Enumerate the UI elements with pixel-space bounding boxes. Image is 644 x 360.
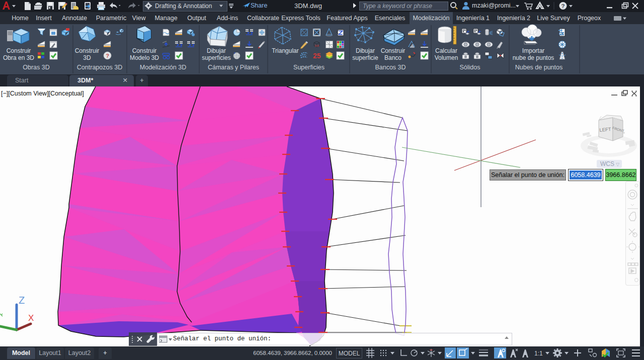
svg-text:Superficies: Superficies bbox=[293, 64, 325, 71]
svg-text:Obras 3D: Obras 3D bbox=[23, 64, 50, 71]
svg-text:Construir: Construir bbox=[75, 47, 100, 54]
svg-text:Modelización 3D: Modelización 3D bbox=[140, 64, 186, 71]
svg-text:Obra en 3D: Obra en 3D bbox=[3, 54, 34, 61]
svg-text:Construir: Construir bbox=[7, 47, 31, 54]
svg-text:Triangular: Triangular bbox=[272, 47, 299, 54]
svg-text:LEFT: LEFT bbox=[599, 126, 611, 133]
svg-text:Calcular: Calcular bbox=[435, 47, 457, 54]
svg-text:3D: 3D bbox=[83, 54, 91, 61]
svg-text:Construir: Construir bbox=[132, 47, 157, 54]
svg-text:nube de puntos: nube de puntos bbox=[513, 54, 554, 61]
svg-text:25: 25 bbox=[313, 52, 321, 60]
svg-text:1:1: 1:1 bbox=[534, 350, 543, 357]
svg-text:X: X bbox=[28, 313, 34, 323]
svg-text:Drafting & Annotation: Drafting & Annotation bbox=[155, 3, 212, 10]
svg-text:Z: Z bbox=[19, 295, 25, 306]
svg-text:Cámaras y Pilares: Cámaras y Pilares bbox=[208, 64, 259, 71]
svg-text:Importar: Importar bbox=[522, 47, 545, 54]
svg-text:Dibujar: Dibujar bbox=[207, 47, 226, 54]
svg-text:Modelo 3D: Modelo 3D bbox=[130, 54, 159, 61]
svg-text:Dibujar: Dibujar bbox=[356, 47, 375, 54]
svg-text:Nubes de puntos: Nubes de puntos bbox=[515, 64, 563, 71]
svg-text:Banco: Banco bbox=[384, 54, 401, 61]
svg-text:Sólidos: Sólidos bbox=[460, 64, 480, 71]
svg-text:Construir: Construir bbox=[381, 47, 406, 54]
svg-text:Volumen: Volumen bbox=[435, 54, 458, 61]
svg-text:?: ? bbox=[561, 3, 565, 9]
svg-text:superficie: superficie bbox=[352, 54, 378, 61]
svg-text:Bancos 3D: Bancos 3D bbox=[375, 64, 406, 71]
svg-text:superficies: superficies bbox=[202, 54, 230, 61]
svg-text:Contrapozos 3D: Contrapozos 3D bbox=[77, 64, 122, 71]
